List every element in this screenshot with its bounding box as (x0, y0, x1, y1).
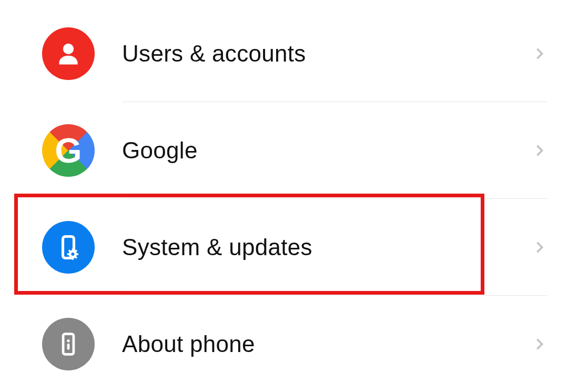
svg-line-8 (76, 250, 77, 251)
svg-rect-14 (67, 344, 70, 350)
settings-item-google[interactable]: G Google (0, 102, 568, 199)
google-icon: G (42, 124, 95, 177)
user-icon (42, 27, 95, 80)
chevron-right-icon (532, 46, 547, 61)
svg-point-11 (71, 253, 74, 256)
settings-item-system-updates[interactable]: System & updates (0, 199, 568, 296)
phone-info-icon (42, 318, 95, 370)
svg-point-13 (67, 339, 69, 342)
svg-point-0 (63, 44, 74, 54)
chevron-right-icon (532, 240, 547, 255)
chevron-right-icon (532, 337, 547, 351)
settings-item-label: Users & accounts (122, 41, 306, 67)
settings-item-about-phone[interactable]: About phone (0, 296, 568, 392)
svg-line-10 (76, 257, 77, 258)
settings-item-users-accounts[interactable]: Users & accounts (0, 5, 568, 102)
chevron-right-icon (532, 143, 547, 158)
settings-item-label: About phone (122, 331, 255, 357)
settings-list: Users & accounts G Google (0, 0, 568, 392)
svg-line-9 (69, 257, 70, 258)
svg-line-7 (69, 250, 70, 251)
phone-gear-icon (42, 221, 95, 274)
settings-item-label: Google (122, 137, 198, 164)
settings-item-label: System & updates (122, 234, 312, 260)
